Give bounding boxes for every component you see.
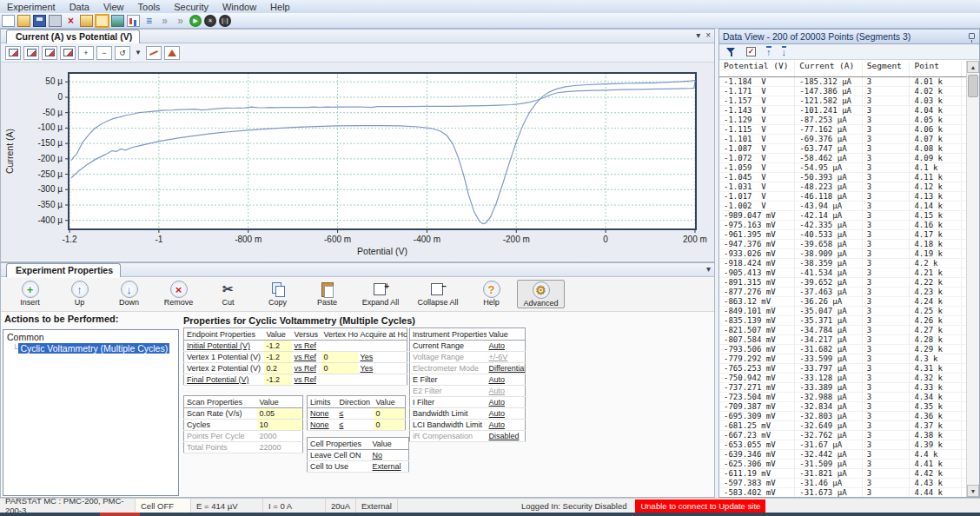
property-link[interactable]: vs Ref [292, 341, 321, 352]
table-row[interactable]: -583.402 mV-31.673 µA34.44 k [719, 488, 966, 497]
property-link[interactable]: +/-6V [487, 352, 526, 363]
table-row[interactable]: -1.002 V-43.94 µA34.14 k [719, 202, 966, 211]
table-row[interactable]: -1.115 V-77.162 µA34.06 k [719, 125, 966, 135]
menu-tools[interactable]: Tools [131, 2, 168, 12]
property-cell[interactable]: 0 [321, 363, 358, 374]
property-link[interactable]: Auto [487, 408, 526, 420]
table-row[interactable]: -1.129 V-87.253 µA34.05 k [719, 116, 966, 125]
collapse-all-button[interactable]: Collapse All [410, 280, 466, 307]
update-alert-badge[interactable]: Unable to connect to Update site [635, 499, 765, 513]
table-row[interactable]: -961.395 mV-40.533 µA34.17 k [719, 230, 966, 240]
property-cell[interactable]: 0 [374, 408, 406, 420]
scroll-down-icon[interactable]: ▼ [967, 485, 979, 497]
table-row[interactable]: -611.19 mV-31.821 µA34.42 k [719, 469, 966, 479]
table-row[interactable]: -849.101 mV-35.047 µA34.25 k [719, 307, 966, 316]
edit-points-icon[interactable]: ✓ [746, 47, 756, 56]
print-icon[interactable] [49, 15, 62, 27]
table-row[interactable]: -807.584 mV-34.217 µA34.28 k [719, 335, 966, 345]
table-row[interactable]: -1.143 V-101.241 µA34.04 k [719, 106, 966, 116]
table-row[interactable]: -597.383 mV-31.46 µA34.43 k [719, 479, 966, 488]
tree-item-common[interactable]: Common [3, 330, 178, 342]
expand-all-button[interactable]: Expand All [353, 280, 408, 307]
open-icon[interactable] [17, 15, 30, 27]
axes-settings-icon[interactable] [23, 46, 39, 60]
table-row[interactable]: -975.163 mV-42.335 µA34.16 k [719, 221, 966, 230]
table-row[interactable]: -1.101 V-69.376 µA34.07 k [719, 135, 966, 144]
paste-button[interactable]: Paste [303, 280, 351, 307]
redo-arrow-icon[interactable]: » [158, 15, 171, 27]
column-header-segment[interactable]: Segment [863, 61, 910, 76]
table-row[interactable]: -1.031 V-48.223 µA34.12 k [719, 182, 966, 192]
property-cell[interactable]: 0 [321, 352, 358, 363]
menu-experiment[interactable]: Experiment [0, 2, 63, 12]
run-icon[interactable]: ▶ [189, 15, 202, 27]
property-cell[interactable]: 10 [257, 420, 303, 431]
down-button[interactable]: ↓Down [105, 280, 153, 307]
table-row[interactable]: -1.171 V-147.386 µA34.02 k [719, 87, 966, 96]
insert-button[interactable]: +Insert [6, 280, 54, 307]
property-link[interactable]: vs Ref [292, 352, 321, 363]
table-row[interactable]: -709.387 mV-32.834 µA34.35 k [719, 402, 966, 412]
table-row[interactable]: -891.315 mV-39.652 µA34.22 k [719, 278, 966, 288]
table-row[interactable]: -639.346 mV-32.442 µA34.4 k [719, 450, 966, 460]
table-row[interactable]: -877.276 mV-37.463 µA34.23 k [719, 288, 966, 297]
property-link[interactable]: ≤ [337, 408, 374, 420]
tab-experiment-properties[interactable]: Experiment Properties [6, 263, 121, 277]
table-row[interactable]: -695.309 mV-32.803 µA34.36 k [719, 412, 966, 421]
property-link[interactable]: Differential [487, 363, 526, 374]
table-row[interactable]: -793.506 mV-31.682 µA34.29 k [719, 345, 966, 354]
remove-button[interactable]: ×Remove [155, 280, 202, 307]
chart-panel-close-icon[interactable]: × [705, 30, 711, 40]
table-row[interactable]: -1.184 V-185.312 µA34.01 k [719, 77, 966, 87]
peak-find-icon[interactable] [164, 46, 180, 60]
property-link[interactable]: Auto [487, 374, 526, 386]
table-row[interactable]: -1.072 V-58.462 µA34.09 k [719, 154, 966, 163]
table-row[interactable]: -989.047 mV-42.14 µA34.15 k [719, 211, 966, 221]
property-cell[interactable]: -1.2 [264, 341, 292, 352]
up-button[interactable]: ↑Up [56, 280, 103, 307]
log-y-axis-icon[interactable] [42, 46, 57, 60]
props-panel-menu-caret-icon[interactable]: ▾ [706, 264, 711, 274]
table-row[interactable]: -681.25 mV-32.649 µA34.37 k [719, 421, 966, 431]
table-row[interactable]: -863.12 mV-36.26 µA34.24 k [719, 297, 966, 307]
property-link[interactable]: Initial Potential (V) [184, 341, 264, 352]
property-link[interactable]: vs Ref [292, 374, 321, 386]
property-cell[interactable]: 0.05 [257, 408, 303, 420]
column-header-potentialv[interactable]: Potential (V) [719, 61, 795, 76]
tab-current-vs-potential[interactable]: Current (A) vs Potential (V) [6, 30, 140, 43]
move-up-icon[interactable]: ↑ [766, 46, 771, 57]
filter-icon[interactable] [726, 48, 736, 56]
menu-security[interactable]: Security [167, 2, 215, 12]
save-icon[interactable] [33, 15, 46, 27]
property-link[interactable]: Yes [358, 352, 407, 363]
menu-window[interactable]: Window [215, 2, 263, 12]
help-button[interactable]: ?Help [467, 280, 515, 307]
stop-icon[interactable]: × [204, 15, 216, 27]
table-row[interactable]: -1.045 V-50.393 µA34.11 k [719, 173, 966, 182]
delete-icon[interactable]: × [64, 15, 77, 27]
property-cell[interactable]: -1.2 [264, 374, 292, 386]
notebook-icon[interactable] [96, 15, 109, 27]
data-table-scrollbar[interactable]: ▲ ▼ [966, 61, 979, 497]
property-link[interactable]: Yes [358, 363, 407, 374]
property-link[interactable]: vs Ref [292, 363, 321, 374]
tree-item-cyclic-voltammetry[interactable]: Cyclic Voltammetry (Multiple Cycles) [18, 343, 169, 354]
table-row[interactable]: -905.413 mV-41.534 µA34.21 k [719, 268, 966, 278]
property-link[interactable]: Disabled [487, 431, 526, 442]
graph-properties-icon[interactable] [5, 46, 21, 60]
table-row[interactable]: -625.306 mV-31.509 µA34.41 k [719, 460, 966, 469]
property-link[interactable]: Auto [487, 420, 526, 431]
property-cell[interactable]: 0.2 [264, 363, 292, 374]
menu-data[interactable]: Data [63, 2, 96, 12]
property-cell[interactable]: 0 [374, 420, 406, 431]
property-cell[interactable]: -1.2 [264, 352, 292, 363]
table-row[interactable]: -653.055 mV-31.67 µA34.39 k [719, 440, 966, 450]
pause-icon[interactable]: ❘❘ [219, 15, 231, 27]
image-icon[interactable] [111, 15, 124, 27]
property-link[interactable]: None [308, 420, 337, 431]
property-link[interactable]: Auto [487, 341, 526, 352]
property-link[interactable]: Auto [487, 386, 526, 397]
pin-icon[interactable] [969, 33, 975, 39]
menu-help[interactable]: Help [263, 2, 297, 12]
redo-arrow2-icon[interactable]: » [174, 15, 187, 27]
